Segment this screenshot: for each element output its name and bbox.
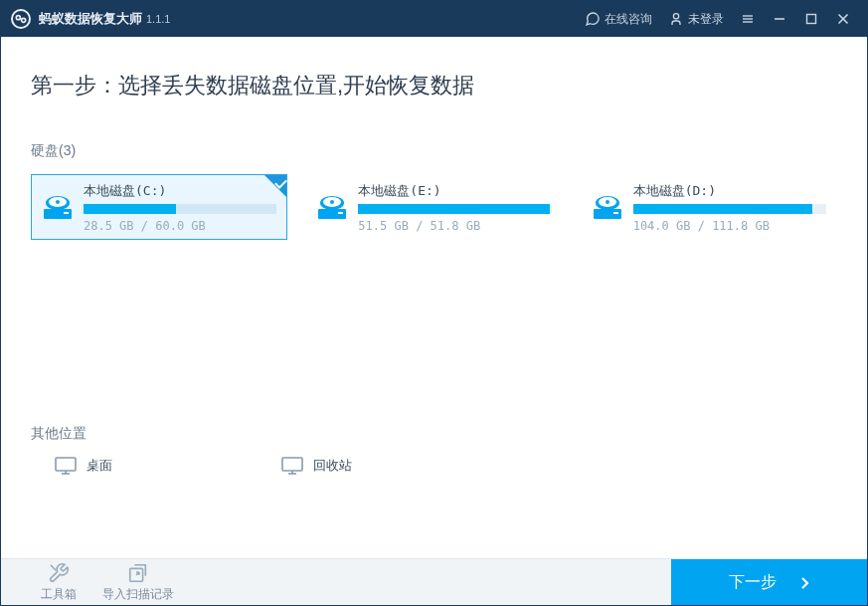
minimize-icon	[774, 13, 785, 25]
maximize-icon	[805, 13, 817, 25]
svg-point-0	[16, 16, 20, 20]
svg-rect-15	[64, 212, 69, 214]
svg-line-2	[20, 18, 21, 19]
titlebar: 蚂蚁数据恢复大师 1.1.1 在线咨询 未登录	[1, 1, 867, 37]
login-label: 未登录	[688, 11, 724, 28]
other-location-item[interactable]: 桌面	[55, 457, 112, 475]
online-consult-button[interactable]: 在线咨询	[577, 1, 660, 37]
next-label: 下一步	[729, 572, 777, 593]
import-scan-label: 导入扫描记录	[102, 586, 174, 603]
import-scan-button[interactable]: 导入扫描记录	[98, 562, 178, 603]
toolbox-button[interactable]: 工具箱	[19, 562, 98, 603]
login-button[interactable]: 未登录	[660, 1, 732, 37]
disk-grid: 本地磁盘(C:) 28.5 GB / 60.0 GB 本地磁盘(E:) 51.5…	[31, 174, 837, 240]
toolbox-icon	[47, 562, 71, 584]
disk-usage-bar	[84, 204, 276, 214]
disk-card[interactable]: 本地磁盘(D:) 104.0 GB / 111.8 GB	[581, 174, 837, 240]
hard-drive-icon	[592, 193, 623, 221]
hard-drive-icon	[42, 193, 74, 221]
disk-name: 本地磁盘(D:)	[633, 182, 826, 200]
app-version: 1.1.1	[146, 13, 170, 25]
consult-label: 在线咨询	[605, 11, 652, 28]
selected-check-icon	[264, 175, 286, 197]
chevron-right-icon	[800, 576, 810, 590]
disk-size: 51.5 GB / 51.8 GB	[358, 219, 551, 233]
toolbox-label: 工具箱	[41, 586, 77, 603]
svg-rect-25	[613, 212, 618, 214]
svg-rect-26	[56, 458, 76, 471]
other-locations-row: 桌面 回收站	[31, 457, 837, 475]
footer: 工具箱 导入扫描记录 下一步	[1, 558, 867, 606]
close-icon	[837, 13, 849, 25]
app-logo-icon	[11, 9, 31, 29]
other-location-item[interactable]: 回收站	[281, 457, 352, 475]
disk-name: 本地磁盘(E:)	[358, 182, 551, 200]
menu-button[interactable]	[732, 1, 764, 37]
maximize-button[interactable]	[795, 1, 827, 37]
disk-card[interactable]: 本地磁盘(C:) 28.5 GB / 60.0 GB	[31, 174, 287, 240]
step-title: 第一步：选择丢失数据磁盘位置,开始恢复数据	[31, 71, 837, 101]
other-section-label: 其他位置	[31, 425, 837, 443]
next-button[interactable]: 下一步	[671, 559, 867, 607]
other-location-label: 回收站	[313, 457, 352, 475]
user-icon	[668, 11, 684, 27]
svg-point-1	[22, 18, 26, 22]
import-icon	[126, 562, 150, 584]
disk-card[interactable]: 本地磁盘(E:) 51.5 GB / 51.8 GB	[305, 174, 562, 240]
svg-rect-29	[282, 458, 302, 471]
disk-size: 28.5 GB / 60.0 GB	[84, 219, 276, 233]
svg-point-3	[673, 14, 678, 19]
svg-line-32	[51, 565, 57, 571]
close-button[interactable]	[827, 1, 859, 37]
disk-size: 104.0 GB / 111.8 GB	[633, 219, 826, 233]
main-content: 第一步：选择丢失数据磁盘位置,开始恢复数据 硬盘(3) 本地磁盘(C:) 28.…	[1, 37, 867, 558]
disk-usage-bar	[633, 204, 826, 214]
svg-point-24	[606, 200, 609, 204]
disk-usage-bar	[358, 204, 551, 214]
app-name: 蚂蚁数据恢复大师	[39, 10, 142, 28]
minimize-button[interactable]	[764, 1, 795, 37]
monitor-icon	[55, 457, 77, 475]
hard-drive-icon	[316, 193, 348, 221]
disk-section-label: 硬盘(3)	[31, 142, 837, 160]
disk-name: 本地磁盘(C:)	[84, 182, 276, 200]
svg-rect-8	[807, 15, 816, 24]
svg-rect-33	[130, 568, 143, 581]
svg-rect-20	[338, 212, 343, 214]
other-location-label: 桌面	[87, 457, 112, 475]
svg-point-19	[330, 200, 334, 204]
svg-point-14	[56, 200, 60, 204]
chat-icon	[585, 11, 601, 27]
menu-icon	[742, 13, 754, 25]
monitor-icon	[281, 457, 303, 475]
